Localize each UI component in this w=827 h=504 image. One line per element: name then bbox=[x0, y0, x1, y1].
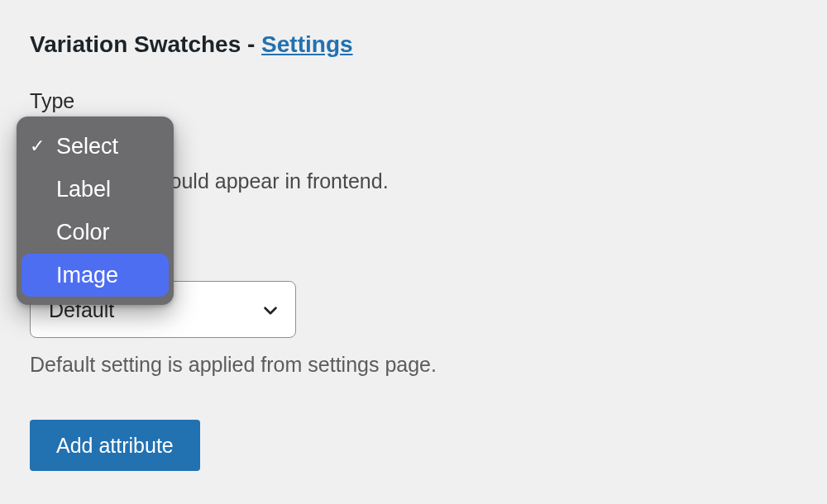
add-attribute-button[interactable]: Add attribute bbox=[30, 420, 200, 471]
type-option-label[interactable]: Label bbox=[22, 168, 169, 211]
type-option-image[interactable]: Image bbox=[22, 254, 169, 297]
type-select-popup[interactable]: ✓ Select Label Color Image bbox=[17, 116, 174, 305]
type-option-label: Select bbox=[56, 134, 118, 159]
section-title: Variation Swatches - Settings bbox=[30, 31, 797, 58]
type-option-label: Image bbox=[56, 263, 118, 288]
checkmark-icon: ✓ bbox=[26, 136, 48, 157]
type-option-label: Color bbox=[56, 220, 110, 245]
settings-link[interactable]: Settings bbox=[261, 31, 352, 57]
type-option-select[interactable]: ✓ Select bbox=[22, 125, 169, 168]
type-option-label: Label bbox=[56, 177, 111, 202]
section-title-prefix: Variation Swatches - bbox=[30, 31, 261, 57]
shape-help-text: Default setting is applied from settings… bbox=[30, 353, 797, 377]
type-option-color[interactable]: Color bbox=[22, 211, 169, 254]
type-label: Type bbox=[30, 89, 797, 113]
